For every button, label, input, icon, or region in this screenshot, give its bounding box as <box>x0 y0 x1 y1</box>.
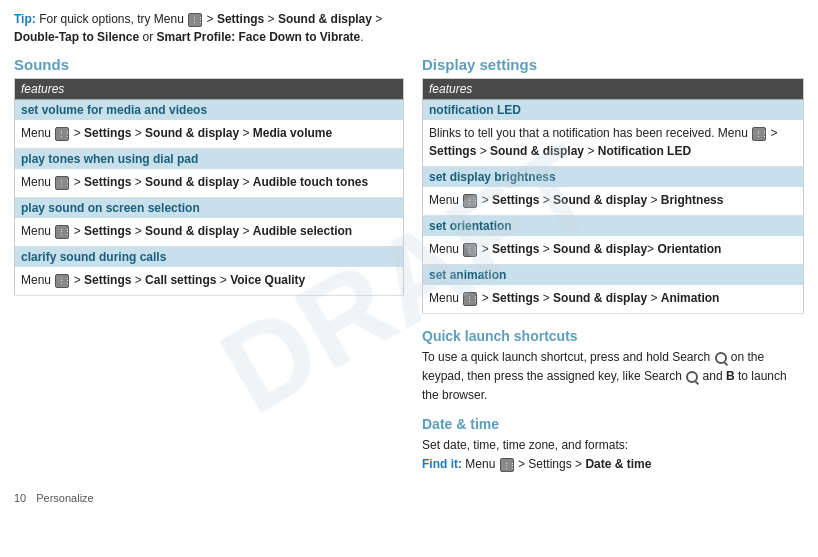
sounds-row4-body-row: Menu > Settings > Call settings > Voice … <box>15 267 404 296</box>
tip-section: Tip: For quick options, try Menu > Setti… <box>14 10 404 46</box>
sounds-row3-title: play sound on screen selection <box>15 198 404 219</box>
menu-icon-tip <box>188 13 202 27</box>
two-column-layout: Sounds features set volume for media and… <box>14 56 804 484</box>
sounds-row2-title: play tones when using dial pad <box>15 149 404 170</box>
tip-text5: or <box>139 30 156 44</box>
menu-icon-d4 <box>463 292 477 306</box>
display-row4-title-row: set animation <box>423 265 804 286</box>
date-time-bold: Date & time <box>585 457 651 471</box>
sounds-row4-body: Menu > Settings > Call settings > Voice … <box>15 267 404 296</box>
sounds-row3-body: Menu > Settings > Sound & display > Audi… <box>15 218 404 247</box>
tip-smart-profile: Smart Profile: Face Down to Vibrate <box>156 30 360 44</box>
tip-text4: > <box>372 12 382 26</box>
menu-icon-dt <box>500 458 514 472</box>
sounds-row1-body: Menu > Settings > Sound & display > Medi… <box>15 120 404 149</box>
sounds-heading: Sounds <box>14 56 404 73</box>
display-row4-title: set animation <box>423 265 804 286</box>
page-label: Personalize <box>36 492 93 504</box>
menu-icon-d1 <box>752 127 766 141</box>
sounds-row2-body-row: Menu > Settings > Sound & display > Audi… <box>15 169 404 198</box>
sounds-row1-title-row: set volume for media and videos <box>15 100 404 121</box>
search-icon-ql2 <box>686 371 698 383</box>
tip-settings: Settings <box>217 12 264 26</box>
display-row1-body-row: Blinks to tell you that a notification h… <box>423 120 804 167</box>
menu-icon-d3 <box>463 243 477 257</box>
page-number: 10 <box>14 492 26 504</box>
display-row2-title: set display brightness <box>423 167 804 188</box>
find-it-label: Find it: <box>422 457 462 471</box>
display-row3-title: set orientation <box>423 216 804 237</box>
sounds-row4-title-row: clarify sound during calls <box>15 247 404 268</box>
tip-text3: > <box>264 12 278 26</box>
date-time-text1: Set date, time, time zone, and formats: <box>422 438 628 452</box>
sounds-row2-title-row: play tones when using dial pad <box>15 149 404 170</box>
sounds-header-row: features <box>15 79 404 100</box>
tip-label: Tip: <box>14 12 36 26</box>
menu-icon-1 <box>55 127 69 141</box>
sounds-header-cell: features <box>15 79 404 100</box>
quick-launch-text3: and <box>699 369 726 383</box>
quick-launch-body: To use a quick launch shortcut, press an… <box>422 348 804 406</box>
tip-double-tap: Double-Tap to Silence <box>14 30 139 44</box>
date-time-heading: Date & time <box>422 416 804 432</box>
display-header-row: features <box>423 79 804 100</box>
search-icon-ql1 <box>715 352 727 364</box>
display-table: features notification LED Blinks to tell… <box>422 78 804 314</box>
sounds-table: features set volume for media and videos… <box>14 78 404 296</box>
sounds-row4-title: clarify sound during calls <box>15 247 404 268</box>
display-heading: Display settings <box>422 56 804 73</box>
quick-launch-text1: To use a quick launch shortcut, press an… <box>422 350 714 364</box>
sounds-row1-title: set volume for media and videos <box>15 100 404 121</box>
sounds-row3-title-row: play sound on screen selection <box>15 198 404 219</box>
tip-sound-display: Sound & display <box>278 12 372 26</box>
right-column: Display settings features notification L… <box>422 56 804 484</box>
date-time-body: Set date, time, time zone, and formats: … <box>422 436 804 474</box>
display-row2-title-row: set display brightness <box>423 167 804 188</box>
date-time-text3: > Settings > <box>515 457 586 471</box>
sounds-row1-body-row: Menu > Settings > Sound & display > Medi… <box>15 120 404 149</box>
tip-text6: . <box>360 30 363 44</box>
display-row4-body: Menu > Settings > Sound & display > Anim… <box>423 285 804 314</box>
menu-icon-2 <box>55 176 69 190</box>
display-row3-title-row: set orientation <box>423 216 804 237</box>
menu-icon-3 <box>55 225 69 239</box>
display-row2-body: Menu > Settings > Sound & display > Brig… <box>423 187 804 216</box>
left-column: Sounds features set volume for media and… <box>14 56 404 484</box>
display-row1-body: Blinks to tell you that a notification h… <box>423 120 804 167</box>
menu-icon-4 <box>55 274 69 288</box>
tip-text: For quick options, try Menu <box>39 12 187 26</box>
tip-text2: > <box>207 12 217 26</box>
quick-launch-bold: B <box>726 369 735 383</box>
sounds-row3-body-row: Menu > Settings > Sound & display > Audi… <box>15 218 404 247</box>
display-row2-body-row: Menu > Settings > Sound & display > Brig… <box>423 187 804 216</box>
quick-launch-heading: Quick launch shortcuts <box>422 328 804 344</box>
display-row4-body-row: Menu > Settings > Sound & display > Anim… <box>423 285 804 314</box>
display-header-cell: features <box>423 79 804 100</box>
display-row3-body-row: Menu > Settings > Sound & display> Orien… <box>423 236 804 265</box>
date-time-text2: Menu <box>462 457 499 471</box>
sounds-row2-body: Menu > Settings > Sound & display > Audi… <box>15 169 404 198</box>
display-row3-body: Menu > Settings > Sound & display> Orien… <box>423 236 804 265</box>
display-row1-title-row: notification LED <box>423 100 804 121</box>
display-row1-title: notification LED <box>423 100 804 121</box>
menu-icon-d2 <box>463 194 477 208</box>
